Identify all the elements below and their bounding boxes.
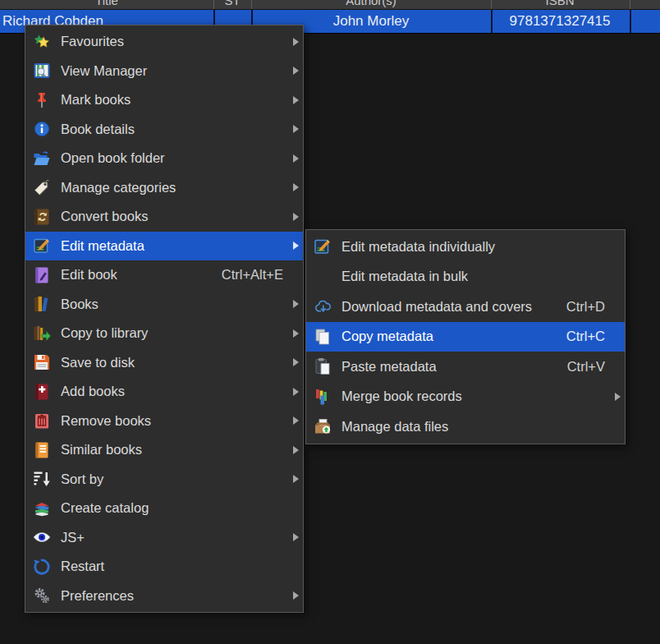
menu-item-similar-books[interactable]: Similar books (25, 435, 303, 465)
column-divider (630, 0, 630, 9)
menu-item-label: Paste metadata (341, 359, 552, 375)
column-divider (491, 0, 492, 9)
menu-item-view-manager[interactable]: View Manager (25, 57, 303, 86)
menu-item-manage-data-files[interactable]: Manage data files (306, 412, 625, 442)
submenu-arrow-icon (290, 154, 299, 163)
menu-item-save-to-disk[interactable]: Save to disk (25, 348, 303, 378)
menu-item-remove-books[interactable]: Remove books (25, 407, 303, 436)
menu-item-create-catalog[interactable]: Create catalog (25, 494, 303, 523)
edit-metadata-icon (33, 237, 51, 255)
menu-item-label: Save to disk (61, 355, 290, 370)
menu-item-merge-book-records[interactable]: Merge book records (306, 382, 625, 412)
gears-icon (33, 586, 51, 605)
similar-book-icon (33, 441, 51, 459)
column-header-isbn[interactable]: ISBN (545, 0, 574, 7)
menu-item-shortcut: Ctrl+D (566, 299, 605, 315)
book-info-icon (33, 120, 51, 138)
cloud-download-icon (314, 297, 332, 315)
menu-item-label: Similar books (61, 442, 290, 458)
menu-item-label: Merge book records (341, 389, 612, 404)
submenu-arrow-icon (290, 416, 299, 425)
cell-divider (491, 10, 493, 33)
cell-divider (630, 10, 631, 33)
row-cell-authors: John Morley (333, 13, 410, 30)
convert-book-icon (33, 208, 51, 226)
menu-item-label: Download metadata and covers (341, 299, 552, 315)
menu-item-label: Preferences (61, 588, 290, 604)
menu-item-preferences[interactable]: Preferences (25, 582, 303, 611)
submenu-arrow-icon (290, 533, 299, 541)
menu-item-copy-metadata[interactable]: Copy metadataCtrl+C (306, 322, 625, 352)
books-icon (33, 295, 51, 313)
column-header-st[interactable]: ST (224, 0, 240, 7)
row-cell-isbn: 9781371327415 (510, 13, 611, 30)
submenu-arrow-icon (290, 67, 299, 75)
menu-item-edit-book[interactable]: Edit bookCtrl+Alt+E (25, 260, 303, 290)
edit-book-icon (33, 266, 51, 284)
menu-item-label: Edit metadata (61, 238, 290, 254)
submenu-arrow-icon (290, 475, 299, 483)
submenu-arrow-icon (290, 446, 299, 454)
no-icon (314, 268, 332, 286)
menu-item-books[interactable]: Books (25, 290, 303, 320)
catalog-stack-icon (33, 499, 51, 518)
merge-books-icon (314, 388, 332, 406)
submenu-arrow-icon (290, 183, 299, 191)
menu-item-favourites[interactable]: Favourites (25, 27, 303, 57)
restart-icon (33, 558, 51, 576)
menu-item-label: Manage categories (61, 180, 290, 196)
menu-item-label: JS+ (61, 530, 290, 545)
menu-item-label: Mark books (61, 92, 290, 108)
menu-item-sort-by[interactable]: Sort by (25, 465, 303, 494)
column-divider (213, 0, 214, 9)
favourites-star-icon (33, 33, 51, 51)
menu-item-shortcut: Ctrl+C (566, 329, 605, 344)
menu-item-mark-books[interactable]: Mark books (25, 85, 303, 115)
column-header-title[interactable]: Title (95, 0, 118, 7)
context-menu: FavouritesView ManagerMark booksBook det… (25, 25, 304, 613)
menu-item-label: Remove books (61, 413, 290, 429)
paste-clipboard-icon (314, 357, 332, 375)
menu-item-book-details[interactable]: Book details (25, 115, 303, 145)
menu-item-convert-books[interactable]: Convert books (25, 202, 303, 232)
eye-icon (33, 528, 51, 546)
menu-item-label: Edit book (61, 267, 207, 283)
submenu-arrow-icon (290, 125, 299, 133)
menu-item-label: Copy to library (61, 325, 290, 341)
menu-item-paste-metadata[interactable]: Paste metadataCtrl+V (306, 352, 625, 382)
menu-item-label: Add books (61, 384, 290, 399)
menu-item-restart[interactable]: Restart (25, 552, 303, 582)
sort-icon (33, 470, 51, 488)
submenu-arrow-icon (290, 96, 299, 104)
submenu-arrow-icon (290, 329, 299, 338)
edit-metadata-submenu: Edit metadata individuallyEdit metadata … (305, 229, 626, 444)
menu-item-edit-metadata-individually[interactable]: Edit metadata individually (306, 232, 625, 262)
submenu-arrow-icon (290, 300, 299, 308)
table-header: TitleSTAuthor(s)ISBN (0, 0, 660, 10)
menu-item-edit-metadata[interactable]: Edit metadata (25, 232, 303, 261)
menu-item-label: Edit metadata individually (341, 239, 612, 255)
menu-item-label: Manage data files (341, 419, 612, 435)
folder-open-icon (33, 150, 51, 168)
save-disk-icon (33, 353, 51, 371)
menu-item-open-book-folder[interactable]: Open book folder (25, 144, 303, 173)
add-book-icon (33, 383, 51, 401)
mark-pin-icon (33, 91, 51, 109)
menu-item-download-metadata-and-covers[interactable]: Download metadata and coversCtrl+D (306, 292, 625, 322)
menu-item-manage-categories[interactable]: Manage categories (25, 173, 303, 203)
menu-item-add-books[interactable]: Add books (25, 377, 303, 407)
menu-item-edit-metadata-in-bulk[interactable]: Edit metadata in bulk (306, 262, 625, 292)
column-header-author-s[interactable]: Author(s) (346, 0, 396, 7)
tag-icon (33, 178, 51, 196)
menu-item-label: Create catalog (61, 500, 290, 516)
menu-item-label: Copy metadata (341, 329, 552, 344)
submenu-arrow-icon (290, 242, 299, 250)
menu-item-js[interactable]: JS+ (25, 523, 303, 553)
menu-item-copy-to-library[interactable]: Copy to library (25, 319, 303, 348)
trash-icon (33, 412, 51, 430)
submenu-arrow-icon (290, 358, 299, 366)
menu-item-label: Sort by (61, 472, 290, 487)
menu-item-label: Edit metadata in bulk (341, 269, 612, 284)
edit-metadata-icon (314, 237, 332, 255)
view-manager-icon (33, 62, 51, 80)
